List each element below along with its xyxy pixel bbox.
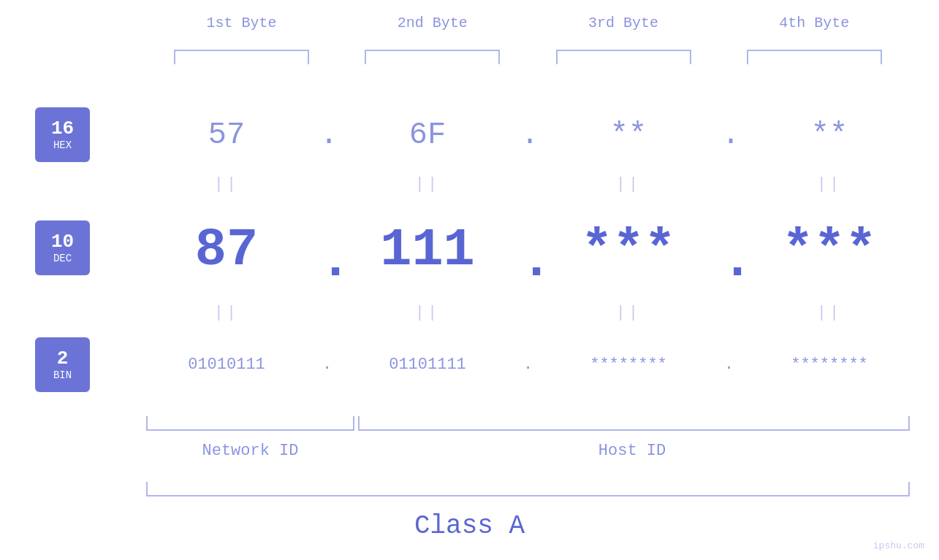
eq1-2: || bbox=[360, 175, 495, 193]
bin-row: 01010111 . 01101111 . ******** . *******… bbox=[146, 337, 910, 392]
watermark: ipshu.com bbox=[873, 540, 924, 551]
byte-label-4: 4th Byte bbox=[734, 15, 894, 31]
eq2-3: || bbox=[561, 304, 696, 322]
bracket-host bbox=[358, 416, 910, 431]
top-bracket-3 bbox=[556, 50, 691, 64]
dec-dot-1: . bbox=[320, 213, 335, 288]
bin-dot-3: . bbox=[722, 356, 737, 374]
byte-labels-row: 1st Byte 2nd Byte 3rd Byte 4th Byte bbox=[146, 15, 910, 31]
dec-row: 87 . 111 . *** . *** bbox=[146, 212, 910, 288]
base-box-hex: 16 HEX bbox=[35, 107, 90, 162]
bin-value-1: 01010111 bbox=[159, 356, 294, 374]
hex-dot-2: . bbox=[521, 118, 536, 153]
dec-base-number: 10 bbox=[51, 232, 74, 251]
dec-dot-3: . bbox=[722, 213, 737, 288]
byte-label-2: 2nd Byte bbox=[352, 15, 513, 31]
dec-value-3: *** bbox=[561, 220, 696, 280]
hex-row: 57 . 6F . ** . ** bbox=[146, 107, 910, 162]
bin-value-3: ******** bbox=[561, 356, 696, 374]
eq1-1: || bbox=[159, 175, 294, 193]
main-container: 1st Byte 2nd Byte 3rd Byte 4th Byte 16 H… bbox=[0, 0, 939, 560]
dec-dot-2: . bbox=[521, 213, 536, 288]
dec-value-1: 87 bbox=[159, 220, 294, 280]
hex-value-1: 57 bbox=[159, 118, 294, 153]
hex-dot-1: . bbox=[320, 118, 335, 153]
bottom-labels: Network ID Host ID bbox=[146, 442, 910, 460]
class-label: Class A bbox=[0, 511, 939, 541]
full-bottom-bracket bbox=[146, 482, 910, 496]
eq1-3: || bbox=[561, 175, 696, 193]
host-id-label: Host ID bbox=[354, 442, 910, 460]
hex-value-4: ** bbox=[762, 118, 897, 153]
network-id-label: Network ID bbox=[146, 442, 354, 460]
bin-value-4: ******** bbox=[762, 356, 897, 374]
eq2-2: || bbox=[360, 304, 495, 322]
eq2-1: || bbox=[159, 304, 294, 322]
equals-row-2: || || || || bbox=[146, 304, 910, 322]
bin-dot-2: . bbox=[521, 356, 536, 374]
bin-value-2: 01101111 bbox=[360, 356, 495, 374]
bin-dot-1: . bbox=[320, 356, 335, 374]
byte-label-3: 3rd Byte bbox=[543, 15, 704, 31]
bin-base-label: BIN bbox=[53, 369, 72, 381]
dec-value-2: 111 bbox=[360, 220, 495, 280]
bin-base-number: 2 bbox=[57, 349, 69, 368]
dec-value-4: *** bbox=[762, 220, 897, 280]
base-box-bin: 2 BIN bbox=[35, 337, 90, 392]
top-brackets bbox=[146, 50, 910, 64]
hex-base-number: 16 bbox=[51, 119, 74, 138]
top-bracket-4 bbox=[747, 50, 882, 64]
byte-label-1: 1st Byte bbox=[161, 15, 322, 31]
top-bracket-2 bbox=[365, 50, 500, 64]
eq2-4: || bbox=[762, 304, 897, 322]
hex-base-label: HEX bbox=[53, 139, 72, 151]
top-bracket-1 bbox=[174, 50, 309, 64]
bracket-network bbox=[146, 416, 354, 431]
hex-value-2: 6F bbox=[360, 118, 495, 153]
bottom-brackets-container bbox=[146, 416, 910, 438]
dec-base-label: DEC bbox=[53, 253, 72, 264]
hex-dot-3: . bbox=[722, 118, 737, 153]
base-box-dec: 10 DEC bbox=[35, 220, 90, 275]
eq1-4: || bbox=[762, 175, 897, 193]
hex-value-3: ** bbox=[561, 118, 696, 153]
equals-row-1: || || || || bbox=[146, 175, 910, 193]
